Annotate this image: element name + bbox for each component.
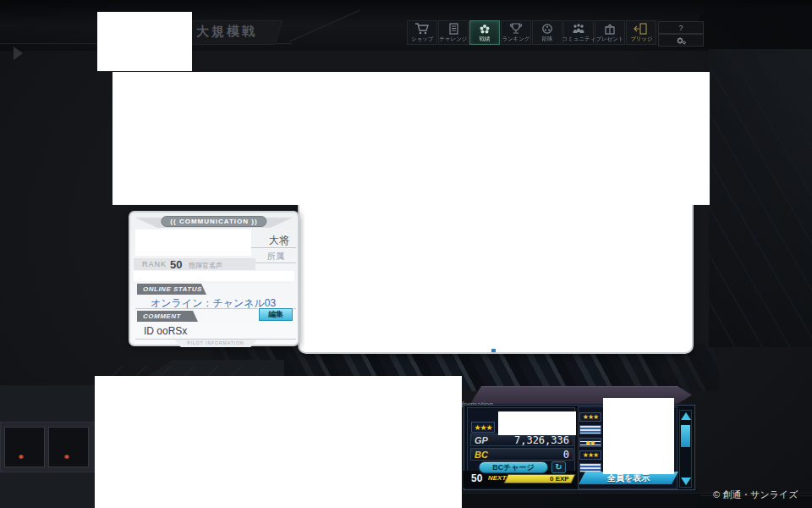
redaction-box: [97, 12, 192, 71]
communication-header: (( COMMUNICATION )): [161, 216, 266, 227]
member-rank-insignia: ★★★: [579, 450, 601, 460]
menu-present-button[interactable]: プレゼント: [595, 20, 625, 45]
menu-bridge-button[interactable]: ブリッジ: [626, 20, 656, 45]
bc-row: BC 0: [470, 448, 573, 461]
game-lobby-screen: 大規模戦 ショップ チャレンジ 戦績 ランキング: [0, 0, 812, 508]
dialog-marker-dot: [491, 349, 496, 352]
menu-label: ショップ: [411, 35, 433, 42]
scroll-down-icon[interactable]: [681, 478, 691, 485]
main-menu: ショップ チャレンジ 戦績 ランキング 部隊: [407, 20, 657, 45]
menu-label: チャレンジ: [440, 35, 468, 42]
help-icon: ?: [678, 24, 683, 32]
menu-shop-button[interactable]: ショップ: [407, 20, 437, 45]
edit-comment-button[interactable]: 編集: [259, 308, 293, 321]
refresh-icon: ↻: [555, 462, 562, 472]
commander-rank-insignia: ★★★: [471, 422, 495, 433]
hangar-background-lines: [709, 49, 812, 347]
divider: [135, 339, 296, 340]
exp-value: 0 EXP: [550, 475, 569, 483]
fame-label: 指揮官名声: [189, 261, 222, 270]
community-icon: [571, 22, 586, 35]
challenge-document-icon: [446, 22, 461, 35]
redaction-box: [603, 398, 674, 474]
divider: [247, 247, 296, 248]
menu-label: 戦績: [480, 35, 491, 42]
cart-icon: [414, 22, 430, 35]
comment-text: ID ooRSx: [144, 325, 187, 337]
gp-row: GP 7,326,336: [470, 433, 573, 446]
online-status-header: ONLINE STATUS: [137, 284, 206, 295]
status-led-icon: [19, 455, 24, 459]
menu-challenge-button[interactable]: チャレンジ: [438, 20, 469, 45]
rank-label: RANK: [142, 260, 167, 268]
menu-label: プレゼント: [596, 35, 624, 42]
menu-community-button[interactable]: コミュニティ: [563, 20, 594, 45]
pilot-information-footer: PILOT INFORMATION: [174, 340, 257, 347]
redaction-box: [134, 271, 294, 281]
record-emblem-icon: [477, 22, 492, 35]
side-arrow-icon: [14, 47, 23, 60]
hud-monitor: [4, 427, 45, 467]
bc-charge-button[interactable]: BCチャージ: [479, 461, 548, 473]
ranking-trophy-icon: [508, 22, 524, 35]
gp-label: GP: [475, 435, 488, 445]
present-gift-icon: [602, 22, 617, 35]
status-led-icon: [64, 455, 69, 459]
bc-value: 0: [563, 449, 569, 461]
redaction-box: [95, 376, 462, 508]
member-list-scrollbar[interactable]: [679, 410, 692, 488]
member-rank-insignia: ◆◆: [579, 438, 601, 447]
squad-icon: [540, 22, 555, 35]
next-label: NEXT: [488, 474, 506, 482]
pilot-info-card: (( COMMUNICATION )) 大将 所属 RANK 50 指揮官名声 …: [129, 211, 299, 346]
exp-progress-bar: 0 EXP: [503, 474, 575, 483]
member-rank-insignia: ★★★: [579, 412, 601, 422]
menu-record-button[interactable]: 戦績: [469, 20, 500, 45]
menu-label: コミュニティ: [562, 35, 595, 42]
menu-label: ブリッジ: [630, 35, 652, 42]
exp-progress-fill: 0 EXP: [505, 475, 574, 483]
redaction-box: [498, 411, 576, 435]
comment-header: COMMENT: [137, 311, 198, 322]
page-title: 大規模戦: [196, 24, 257, 40]
rank-value: 50: [471, 472, 482, 484]
redaction-box: [304, 196, 687, 350]
affiliation-label: 所属: [267, 251, 284, 262]
menu-ranking-button[interactable]: ランキング: [501, 20, 531, 45]
config-button[interactable]: [658, 34, 704, 47]
member-rank-insignia: [579, 463, 601, 472]
gp-value: 7,326,336: [514, 434, 569, 446]
menu-squad-button[interactable]: 部隊: [532, 20, 562, 45]
bridge-door-icon: [634, 22, 649, 35]
config-gear-icon: [676, 36, 686, 45]
rank-title: 大将: [269, 234, 289, 248]
member-rank-insignia: [579, 425, 601, 434]
copyright-text: © 創通・サンライズ: [713, 489, 798, 501]
redaction-box: [135, 229, 251, 256]
redaction-box: [112, 72, 710, 205]
menu-label: 部隊: [542, 35, 553, 42]
scroll-up-icon[interactable]: [681, 412, 691, 420]
bc-label: BC: [475, 450, 488, 460]
hud-monitor-panel: [0, 422, 96, 472]
refresh-button[interactable]: ↻: [551, 461, 566, 473]
scrollbar-thumb[interactable]: [681, 425, 690, 447]
rank-value: 50: [170, 258, 182, 271]
menu-label: ランキング: [502, 35, 530, 42]
help-button[interactable]: ?: [658, 21, 704, 34]
hud-monitor: [48, 427, 89, 467]
